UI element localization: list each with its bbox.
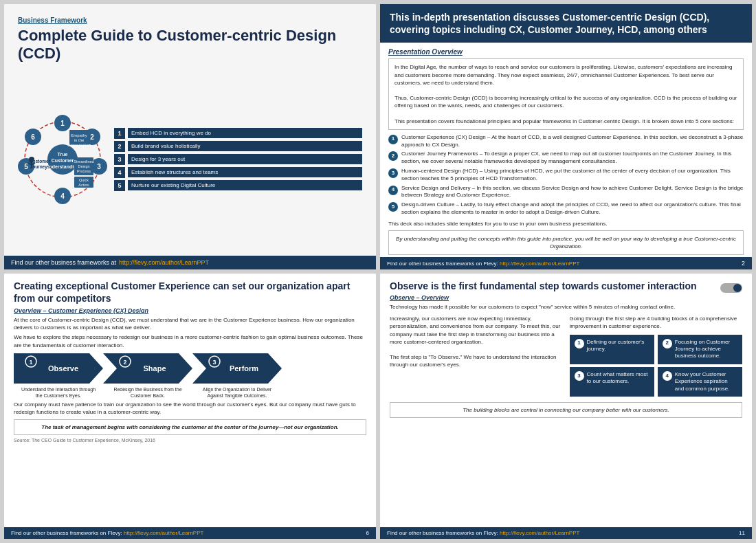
slide2-overview-title: Presentation Overview bbox=[388, 48, 744, 56]
section-item-5: 5 Design-driven Culture – Lastly, to tru… bbox=[388, 201, 744, 217]
box-num-4: 4 bbox=[114, 167, 125, 178]
box-row-1: 1 Embed HCD in everything we do bbox=[114, 128, 362, 139]
slide3-title: Creating exceptional Customer Experience… bbox=[14, 280, 366, 304]
slide4-right-text: Going through the first step are 4 build… bbox=[570, 315, 743, 330]
arrow-shape-svg: 2 Shape bbox=[103, 353, 192, 384]
slide4-left-col: Increasingly, our customers are now expe… bbox=[390, 315, 563, 397]
block-num-3: 3 bbox=[575, 371, 584, 381]
slide4-right-col: Going through the first step are 4 build… bbox=[570, 315, 743, 397]
slide3-page-num: 6 bbox=[366, 530, 369, 536]
slide4-footer-link[interactable]: http://flevy.com/author/LearnPPT bbox=[500, 530, 579, 536]
svg-text:3: 3 bbox=[212, 359, 216, 366]
slide4-quote: The building blocks are central in conne… bbox=[390, 402, 742, 418]
box-label-1: Embed HCD in everything we do bbox=[128, 128, 362, 138]
svg-text:Quick: Quick bbox=[79, 178, 89, 182]
slide4-page-num: 11 bbox=[739, 530, 745, 536]
slide1-footer-link[interactable]: http://flevy.com/author/LearnPPT bbox=[119, 259, 209, 266]
block-text-3: Count what matters most to our customers… bbox=[587, 371, 649, 392]
slide4-footer: Find our other business frameworks on Fl… bbox=[380, 527, 752, 539]
block-4: 4 Know your Customer Experience aspirati… bbox=[658, 367, 742, 397]
box-num-2: 2 bbox=[114, 141, 125, 152]
section-num-5: 5 bbox=[388, 202, 398, 212]
slide4-text: Technology has made it possible for our … bbox=[390, 303, 742, 311]
step-perform: 3 Perform Align the Organization to Deli… bbox=[192, 353, 282, 399]
slide3-quote: The task of management begins with consi… bbox=[14, 419, 366, 435]
slide1-business-label: Business Framework bbox=[18, 16, 362, 24]
block-2: 2 Focusing on Customer Journey to achiev… bbox=[658, 335, 742, 364]
section-text-4: Service Design and Delivery – In this se… bbox=[401, 185, 744, 200]
slide3-footer-content: Find our other business frameworks on Fl… bbox=[11, 530, 203, 536]
slide2-sections: 1 Customer Experience (CX) Design – At t… bbox=[388, 134, 744, 217]
slide4-body: Observe is the first fundamental step to… bbox=[380, 274, 752, 527]
slide2-intro-text: In the Digital Age, the number of ways t… bbox=[394, 64, 737, 124]
slide4-left-para: Increasingly, our customers are now expe… bbox=[390, 315, 560, 368]
slide3-para1: At the core of Customer-centric Design (… bbox=[14, 316, 366, 331]
block-num-4: 4 bbox=[663, 371, 672, 381]
box-row-5: 5 Nurture our existing Digital Culture bbox=[114, 180, 362, 191]
slide3-footer-link[interactable]: http://flevy.com/author/LearnPPT bbox=[124, 530, 203, 536]
slide2-also: This deck also includes slide templates … bbox=[388, 221, 744, 227]
slide-2: This in-depth presentation discusses Cus… bbox=[380, 4, 752, 269]
svg-text:Design: Design bbox=[78, 164, 89, 168]
slide4-overview: Observe – Overview bbox=[390, 294, 742, 301]
svg-text:1: 1 bbox=[60, 120, 65, 127]
slide1-diagram: True Customer Understanding 1 2 Empathy … bbox=[18, 70, 362, 249]
svg-text:Customer: Customer bbox=[52, 158, 74, 163]
svg-text:Streamlined: Streamlined bbox=[74, 159, 93, 164]
step-observe: 1 Observe Understand the Interaction thr… bbox=[14, 353, 103, 399]
svg-text:1: 1 bbox=[29, 359, 32, 366]
slide3-overview: Overview – Customer Experience (CX) Desi… bbox=[14, 307, 366, 314]
slide1-right-boxes: 1 Embed HCD in everything we do 2 Build … bbox=[114, 128, 362, 191]
slide1-footer: Find our other business frameworks at ht… bbox=[4, 256, 376, 269]
slide4-title: Observe is the first fundamental step to… bbox=[390, 280, 720, 291]
box-num-5: 5 bbox=[114, 180, 125, 191]
slide3-source: Source: The CEO Guide to Customer Experi… bbox=[14, 438, 366, 443]
slide-3: Creating exceptional Customer Experience… bbox=[4, 274, 376, 539]
section-num-4: 4 bbox=[388, 186, 398, 195]
step-observe-desc: Understand the Interaction through the C… bbox=[21, 386, 96, 399]
svg-text:2: 2 bbox=[123, 359, 126, 366]
slide2-page-num: 2 bbox=[742, 260, 745, 267]
slide4-footer-content: Find our other business frameworks on Fl… bbox=[387, 530, 579, 536]
svg-text:2: 2 bbox=[90, 133, 94, 141]
svg-text:5: 5 bbox=[24, 163, 28, 170]
block-text-1: Defining our customer's journey. bbox=[587, 339, 649, 360]
hub-diagram: True Customer Understanding 1 2 Empathy … bbox=[18, 115, 107, 204]
slide2-body: Presentation Overview In the Digital Age… bbox=[380, 43, 752, 257]
svg-text:6: 6 bbox=[31, 133, 35, 141]
svg-text:Perform: Perform bbox=[230, 364, 258, 373]
slide3-para2: We have to explore the steps necessary t… bbox=[14, 333, 366, 348]
block-text-2: Focusing on Customer Journey to achieve … bbox=[675, 339, 737, 360]
svg-text:Observe: Observe bbox=[48, 364, 78, 373]
slide2-footer-link[interactable]: http://flevy.com/author/LearnPPT bbox=[500, 261, 579, 267]
box-row-2: 2 Build brand value holistically bbox=[114, 141, 362, 152]
toggle-button[interactable] bbox=[720, 283, 742, 293]
slide2-quote: By understanding and putting the concept… bbox=[388, 230, 744, 255]
box-label-2: Build brand value holistically bbox=[128, 141, 362, 151]
section-num-2: 2 bbox=[388, 151, 398, 161]
svg-text:Empathy: Empathy bbox=[71, 133, 87, 137]
box-row-3: 3 Design for 3 years out bbox=[114, 154, 362, 165]
svg-text:Shape: Shape bbox=[143, 364, 166, 373]
blocks-row-1: 1 Defining our customer's journey. 2 Foc… bbox=[570, 335, 743, 364]
slide4-toggle bbox=[720, 283, 742, 293]
svg-text:3: 3 bbox=[97, 163, 101, 170]
box-label-3: Design for 3 years out bbox=[128, 154, 362, 164]
arrow-perform-svg: 3 Perform bbox=[192, 353, 282, 384]
slide1-title: Complete Guide to Customer-centric Desig… bbox=[18, 27, 362, 63]
section-text-2: Customer Journey Frameworks – To design … bbox=[401, 151, 744, 166]
section-text-5: Design-driven Culture – Lastly, to truly… bbox=[401, 201, 744, 217]
section-num-1: 1 bbox=[388, 135, 398, 144]
step-shape: 2 Shape Redesign the Business from the C… bbox=[103, 353, 192, 399]
section-item-3: 3 Human-centered Design (HCD) – Using pr… bbox=[388, 168, 744, 183]
section-text-3: Human-centered Design (HCD) – Using prin… bbox=[401, 168, 744, 183]
step-perform-desc: Align the Organization to Deliver Agains… bbox=[199, 386, 275, 399]
block-3: 3 Count what matters most to our custome… bbox=[570, 367, 654, 397]
section-item-1: 1 Customer Experience (CX) Design – At t… bbox=[388, 134, 744, 149]
step-shape-desc: Redesign the Business from the Customer … bbox=[110, 386, 186, 399]
slide2-footer-text: Find our other business frameworks on Fl… bbox=[387, 261, 579, 267]
section-text-1: Customer Experience (CX) Design – At the… bbox=[401, 134, 744, 149]
svg-text:True: True bbox=[58, 152, 68, 157]
svg-text:Organization: Organization bbox=[67, 143, 91, 147]
section-item-2: 2 Customer Journey Frameworks – To desig… bbox=[388, 151, 744, 166]
